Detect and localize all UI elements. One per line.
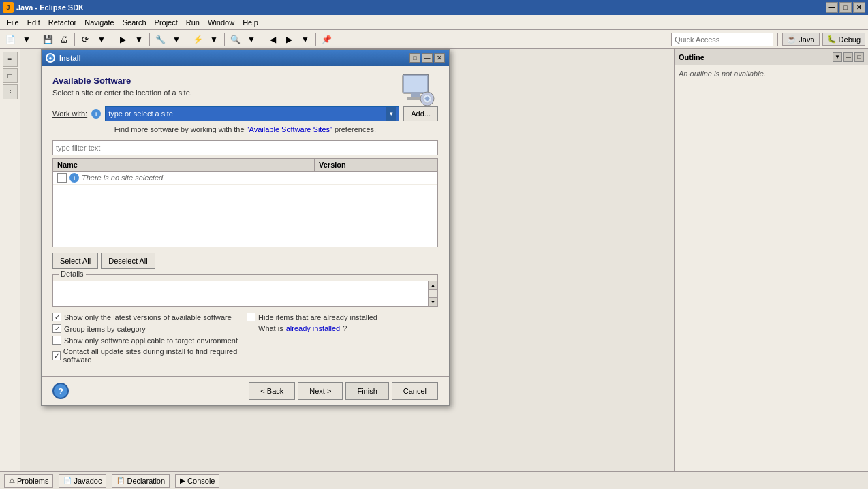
row-checkbox[interactable] xyxy=(57,173,67,183)
toolbar-run-btn[interactable]: ▶ xyxy=(115,32,130,47)
menu-file[interactable]: File xyxy=(3,17,23,28)
toolbar-btn-12[interactable]: ▼ xyxy=(244,32,259,47)
menu-refactor[interactable]: Refactor xyxy=(44,17,81,28)
group-by-category-checkbox[interactable] xyxy=(52,324,61,333)
toolbar-new-btn[interactable]: 📄 xyxy=(3,32,18,47)
window-title: Java - Eclipse SDK xyxy=(16,3,826,12)
console-tab[interactable]: ▶ Console xyxy=(175,474,219,488)
contact-sites-checkbox[interactable] xyxy=(52,351,61,360)
back-button[interactable]: < Back xyxy=(249,382,295,400)
toolbar-save-btn[interactable]: 💾 xyxy=(40,32,55,47)
dialog-title-bar: ● Install □ — ✕ xyxy=(42,50,449,66)
hide-installed-checkbox[interactable] xyxy=(247,313,255,321)
dialog-max-btn[interactable]: — xyxy=(422,53,433,63)
toolbar-btn-15[interactable]: ▼ xyxy=(298,32,313,47)
javadoc-icon: 📄 xyxy=(63,477,72,484)
java-perspective-label: Java xyxy=(799,35,814,44)
help-button[interactable]: ? xyxy=(52,383,69,399)
quick-access-input[interactable] xyxy=(671,33,773,46)
toolbar-sep-7 xyxy=(262,33,262,46)
menu-navigate[interactable]: Navigate xyxy=(80,17,118,28)
footer-buttons: < Back Next > Finish Cancel xyxy=(249,382,438,400)
dialog-title-icon: ● xyxy=(46,53,55,63)
toolbar-btn-11[interactable]: 🔍 xyxy=(228,32,243,47)
toolbar-btn-13[interactable]: ◀ xyxy=(265,32,280,47)
options-grid: Show only the latest versions of availab… xyxy=(52,313,438,366)
toolbar-btn-7[interactable]: 🔧 xyxy=(153,32,168,47)
panel-min-btn[interactable]: — xyxy=(843,52,853,62)
problems-icon: ⚠ xyxy=(9,477,15,484)
toolbar-sep-2 xyxy=(74,33,75,46)
debug-perspective-btn[interactable]: 🐛 Debug xyxy=(822,33,865,46)
menu-window[interactable]: Window xyxy=(204,17,238,28)
sidebar-icon-3[interactable]: ⋮ xyxy=(3,84,18,99)
toolbar-btn-5[interactable]: ▼ xyxy=(94,32,109,47)
toolbar-btn-6[interactable]: ▼ xyxy=(131,32,146,47)
panel-controls: ▼ — □ xyxy=(833,52,864,62)
work-with-combo[interactable]: type or select a site ▼ xyxy=(105,106,399,121)
sidebar-icon-2[interactable]: □ xyxy=(3,68,18,83)
menu-bar: File Edit Refactor Navigate Search Proje… xyxy=(0,15,868,30)
group-by-category-option: Group items by category xyxy=(52,324,244,333)
minimize-button[interactable]: — xyxy=(826,2,838,13)
toolbar-sep-1 xyxy=(37,33,37,46)
table-col-version: Version xyxy=(315,159,437,171)
work-with-row: Work with: i type or select a site ▼ Add… xyxy=(52,106,438,121)
toolbar-btn-4[interactable]: ⟳ xyxy=(78,32,93,47)
toolbar-btn-2[interactable]: ▼ xyxy=(19,32,34,47)
dialog-min-btn[interactable]: □ xyxy=(409,53,420,63)
filter-input[interactable] xyxy=(52,140,438,155)
deselect-all-button[interactable]: Deselect All xyxy=(101,253,155,269)
add-button[interactable]: Add... xyxy=(403,106,438,121)
toolbar-btn-14[interactable]: ▶ xyxy=(281,32,296,47)
dialog-close-btn[interactable]: ✕ xyxy=(434,53,445,63)
scrollbar-down-btn[interactable]: ▼ xyxy=(429,297,437,306)
java-perspective-btn[interactable]: ☕ Java xyxy=(782,33,819,46)
menu-run[interactable]: Run xyxy=(182,17,204,28)
finish-button[interactable]: Finish xyxy=(345,382,388,400)
show-applicable-checkbox[interactable] xyxy=(52,336,61,345)
next-button[interactable]: Next > xyxy=(298,382,343,400)
panel-max-btn[interactable]: □ xyxy=(854,52,864,62)
menu-edit[interactable]: Edit xyxy=(23,17,44,28)
right-panel-header: Outline ▼ — □ xyxy=(675,49,868,65)
menu-help[interactable]: Help xyxy=(238,17,262,28)
scrollbar-up-btn[interactable]: ▲ xyxy=(429,281,437,290)
toolbar-btn-16[interactable]: 📌 xyxy=(319,32,334,47)
combo-dropdown-arrow[interactable]: ▼ xyxy=(386,107,396,121)
already-installed-link[interactable]: already installed xyxy=(286,324,341,332)
show-latest-option: Show only the latest versions of availab… xyxy=(52,313,244,321)
toolbar-sep-8 xyxy=(315,33,316,46)
dialog-section-title: Available Software xyxy=(52,76,438,86)
group-by-category-label: Group items by category xyxy=(64,325,146,333)
declaration-tab[interactable]: 📋 Declaration xyxy=(112,474,170,488)
already-installed-row: What is already installed ? xyxy=(247,324,438,332)
window-controls: — □ ✕ xyxy=(826,2,865,13)
close-button[interactable]: ✕ xyxy=(853,2,865,13)
panel-dropdown-btn[interactable]: ▼ xyxy=(833,52,842,62)
select-all-button[interactable]: Select All xyxy=(52,253,98,269)
table-row: i There is no site selected. xyxy=(53,172,437,185)
toolbar-sep-4 xyxy=(149,33,150,46)
toolbar-btn-10[interactable]: ▼ xyxy=(206,32,221,47)
declaration-icon: 📋 xyxy=(117,477,125,484)
cancel-button[interactable]: Cancel xyxy=(392,382,438,400)
javadoc-tab[interactable]: 📄 Javadoc xyxy=(59,474,106,488)
menu-search[interactable]: Search xyxy=(119,17,151,28)
toolbar-btn-9[interactable]: ⚡ xyxy=(190,32,205,47)
menu-project[interactable]: Project xyxy=(151,17,182,28)
dialog-footer: ? < Back Next > Finish Cancel xyxy=(42,376,449,405)
sidebar-icon-1[interactable]: ≡ xyxy=(3,52,18,67)
dialog-title-controls: □ — ✕ xyxy=(409,53,445,63)
available-software-sites-link[interactable]: "Available Software Sites" xyxy=(247,125,332,133)
outline-content: An outline is not available. xyxy=(675,65,868,82)
problems-tab[interactable]: ⚠ Problems xyxy=(4,474,53,488)
title-bar: J Java - Eclipse SDK — □ ✕ xyxy=(0,0,868,15)
show-latest-checkbox[interactable] xyxy=(52,313,61,321)
restore-button[interactable]: □ xyxy=(839,2,852,13)
toolbar-btn-8[interactable]: ▼ xyxy=(169,32,184,47)
work-with-info-icon[interactable]: i xyxy=(91,109,101,119)
work-with-combo-text: type or select a site xyxy=(108,110,386,118)
find-more-suffix: preferences. xyxy=(335,125,376,133)
toolbar-btn-3[interactable]: 🖨 xyxy=(57,32,72,47)
